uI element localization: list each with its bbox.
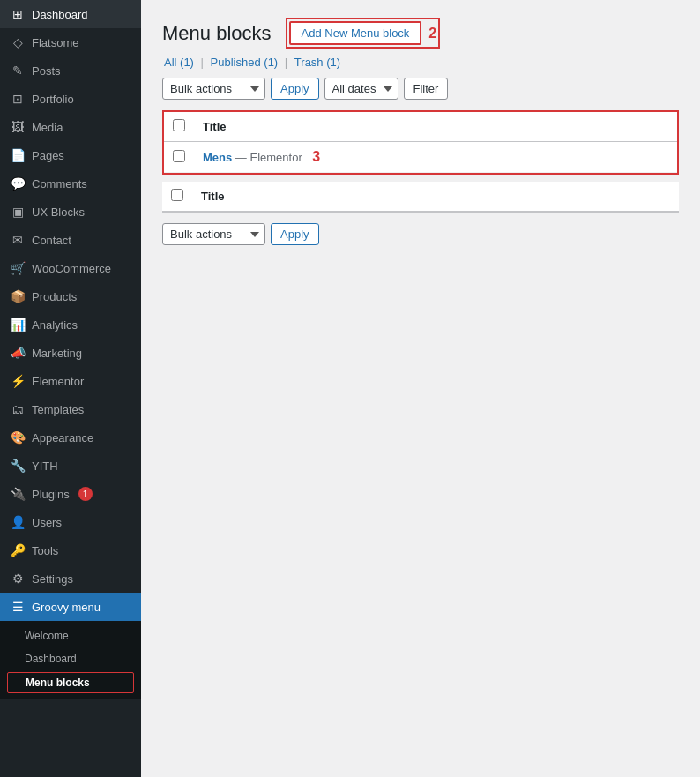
- sidebar-item-groovy-menu[interactable]: ☰ Groovy menu: [0, 593, 141, 621]
- sidebar-item-elementor[interactable]: ⚡ Elementor: [0, 367, 141, 395]
- sidebar-item-contact[interactable]: ✉ Contact: [0, 226, 141, 254]
- sidebar-item-dashboard[interactable]: ⊞ Dashboard: [0, 0, 141, 28]
- row-checkbox[interactable]: [173, 150, 185, 162]
- apply-button-top[interactable]: Apply: [271, 78, 319, 100]
- elementor-icon: ⚡: [11, 374, 25, 388]
- table-header-row: Title: [164, 112, 677, 142]
- sidebar-item-plugins[interactable]: 🔌 Plugins 1: [0, 480, 141, 508]
- sidebar-item-label: Tools: [32, 544, 58, 557]
- page-header: Menu blocks Add New Menu block 2: [162, 18, 679, 49]
- filter-button[interactable]: Filter: [404, 78, 449, 100]
- filter-trash-link[interactable]: Trash (1): [294, 56, 340, 69]
- woocommerce-icon: 🛒: [11, 261, 25, 275]
- bulk-actions-select-top[interactable]: Bulk actions Move to Trash: [162, 78, 265, 100]
- products-icon: 📦: [11, 289, 25, 303]
- plugins-icon: 🔌: [11, 487, 25, 501]
- pages-icon: 📄: [11, 148, 25, 162]
- ux-blocks-icon: ▣: [11, 205, 25, 219]
- sidebar-item-users[interactable]: 👤 Users: [0, 508, 141, 536]
- sidebar-item-label: Dashboard: [32, 8, 88, 21]
- date-filter-select[interactable]: All dates: [324, 78, 398, 100]
- sidebar-item-label: Appearance: [32, 431, 93, 445]
- submenu-welcome[interactable]: Welcome: [0, 624, 141, 647]
- flatsome-icon: ◇: [11, 35, 25, 49]
- sidebar-item-ux-blocks[interactable]: ▣ UX Blocks: [0, 198, 141, 226]
- plugins-badge: 1: [78, 487, 93, 501]
- table-header-row-bottom: Title: [162, 182, 679, 212]
- sidebar-item-settings[interactable]: ⚙ Settings: [0, 564, 141, 593]
- sidebar-item-label: Plugins: [32, 488, 70, 501]
- settings-icon: ⚙: [11, 572, 25, 586]
- row-title-cell: Mens — Elementor 3: [194, 142, 677, 173]
- menu-blocks-table-top: Title Mens — Elementor 3: [164, 112, 677, 173]
- page-title: Menu blocks: [162, 22, 272, 45]
- sidebar-item-appearance[interactable]: 🎨 Appearance: [0, 423, 141, 452]
- marketing-icon: 📣: [11, 346, 25, 360]
- comments-icon: 💬: [11, 176, 25, 191]
- sidebar-item-portfolio[interactable]: ⊡ Portfolio: [0, 85, 141, 113]
- main-content: Menu blocks Add New Menu block 2 All (1)…: [141, 0, 700, 777]
- sidebar-item-label: Elementor: [32, 375, 84, 388]
- filter-all-link[interactable]: All (1): [164, 56, 194, 69]
- apply-button-bottom[interactable]: Apply: [271, 223, 319, 245]
- submenu-menu-blocks[interactable]: Menu blocks: [7, 672, 134, 693]
- item-title-link[interactable]: Mens: [203, 151, 232, 164]
- filter-published-link[interactable]: Published (1): [211, 56, 279, 69]
- users-icon: 👤: [11, 515, 25, 529]
- add-new-number: 2: [428, 26, 436, 41]
- top-actions-bar: Bulk actions Move to Trash Apply All dat…: [162, 78, 679, 100]
- row-number: 3: [312, 149, 320, 164]
- row-checkbox-cell: [164, 142, 194, 173]
- sidebar-item-label: Analytics: [32, 318, 78, 332]
- sidebar-item-label: Contact: [32, 234, 71, 247]
- select-all-th-bottom: [162, 182, 192, 212]
- groovy-menu-icon: ☰: [11, 600, 25, 614]
- portfolio-icon: ⊡: [11, 92, 25, 106]
- sidebar-item-label: Media: [32, 121, 63, 134]
- sidebar-item-label: Flatsome: [32, 36, 78, 49]
- select-all-checkbox-top[interactable]: [173, 119, 185, 131]
- bulk-actions-select-bottom[interactable]: Bulk actions Move to Trash: [162, 223, 265, 245]
- sidebar-item-label: Settings: [32, 572, 73, 586]
- add-new-menu-block-button[interactable]: Add New Menu block: [289, 21, 422, 45]
- sidebar-item-woocommerce[interactable]: 🛒 WooCommerce: [0, 254, 141, 282]
- table-bottom-wrapper: Title: [162, 182, 679, 213]
- sidebar-item-label: Products: [32, 290, 77, 303]
- posts-icon: ✎: [11, 64, 25, 78]
- templates-icon: 🗂: [11, 402, 25, 416]
- sidebar-item-label: Users: [32, 516, 62, 529]
- sidebar-item-tools[interactable]: 🔑 Tools: [0, 536, 141, 564]
- sidebar-item-yith[interactable]: 🔧 YITH: [0, 452, 141, 480]
- contact-icon: ✉: [11, 233, 25, 247]
- sidebar-item-label: Groovy menu: [32, 601, 101, 614]
- sidebar-item-media[interactable]: 🖼 Media: [0, 113, 141, 141]
- bottom-actions-bar: Bulk actions Move to Trash Apply: [162, 223, 679, 245]
- sidebar-item-flatsome[interactable]: ◇ Flatsome: [0, 28, 141, 56]
- filter-links: All (1) | Published (1) | Trash (1): [162, 56, 679, 69]
- sidebar-item-posts[interactable]: ✎ Posts: [0, 56, 141, 85]
- sidebar-item-label: Pages: [32, 149, 64, 162]
- sidebar-item-label: Templates: [32, 403, 84, 416]
- title-column-header-bottom: Title: [192, 182, 679, 212]
- yith-icon: 🔧: [11, 459, 25, 473]
- sidebar-item-comments[interactable]: 💬 Comments: [0, 169, 141, 198]
- submenu-menu-blocks-label: Menu blocks: [26, 676, 90, 689]
- select-all-checkbox-bottom[interactable]: [171, 189, 183, 201]
- sidebar: ⊞ Dashboard ◇ Flatsome ✎ Posts ⊡ Portfol…: [0, 0, 141, 777]
- submenu-dashboard[interactable]: Dashboard: [0, 647, 141, 670]
- add-new-wrapper: Add New Menu block 2: [286, 18, 441, 49]
- item-type: — Elementor: [235, 151, 302, 164]
- sidebar-item-products[interactable]: 📦 Products: [0, 282, 141, 310]
- sidebar-item-pages[interactable]: 📄 Pages: [0, 141, 141, 169]
- analytics-icon: 📊: [11, 318, 25, 332]
- sidebar-item-label: UX Blocks: [32, 205, 85, 219]
- sidebar-item-marketing[interactable]: 📣 Marketing: [0, 339, 141, 367]
- sidebar-item-label: Comments: [32, 177, 87, 191]
- appearance-icon: 🎨: [11, 430, 25, 445]
- sidebar-item-label: Portfolio: [32, 93, 74, 106]
- sidebar-item-templates[interactable]: 🗂 Templates: [0, 395, 141, 423]
- sidebar-item-label: Posts: [32, 64, 61, 78]
- menu-blocks-table-bottom: Title: [162, 182, 679, 212]
- sidebar-item-analytics[interactable]: 📊 Analytics: [0, 310, 141, 339]
- sidebar-item-label: Marketing: [32, 347, 82, 360]
